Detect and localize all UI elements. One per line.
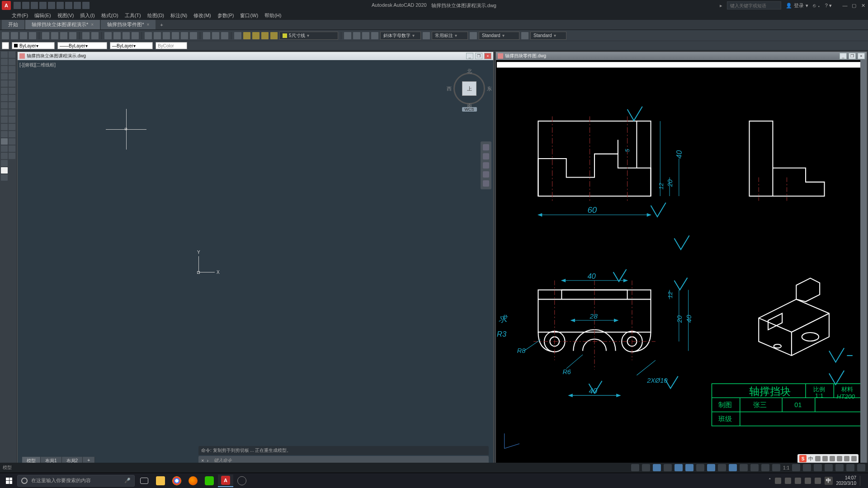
- tool-ellipse-icon[interactable]: [9, 80, 15, 87]
- tool-arc-icon[interactable]: [9, 66, 15, 72]
- login-group[interactable]: 👤 登录 ▾: [786, 2, 808, 9]
- menu-format[interactable]: 格式(O): [101, 12, 118, 19]
- ime-toolbar[interactable]: S 中: [797, 454, 859, 463]
- sb-clean-icon[interactable]: [846, 464, 854, 471]
- tool-ellipsearc-icon[interactable]: [1, 88, 8, 94]
- sb-scale[interactable]: 1:1: [783, 465, 789, 470]
- menu-edit[interactable]: 编辑(E): [34, 12, 51, 19]
- tb-tpalette-icon[interactable]: [163, 32, 170, 39]
- tb-undo-icon[interactable]: [82, 32, 90, 39]
- tool-move-icon[interactable]: [1, 124, 8, 130]
- start-button[interactable]: [2, 474, 16, 487]
- viewcube[interactable]: 上 北 南 西 东 WCS: [453, 68, 485, 112]
- win-close-button[interactable]: ×: [858, 53, 865, 59]
- task-wechat[interactable]: [202, 474, 217, 487]
- tray-ime-icon[interactable]: 中: [825, 477, 833, 485]
- tool-insert-icon[interactable]: [9, 88, 15, 94]
- sb-osnap-icon[interactable]: [685, 464, 693, 471]
- tool-stretch-icon[interactable]: [9, 138, 15, 145]
- tray-network-icon[interactable]: [805, 478, 811, 484]
- textstyle-select-b[interactable]: 常用标注▾: [432, 32, 468, 40]
- layer-color-icon[interactable]: [2, 42, 9, 49]
- tool-chamfer-icon[interactable]: [9, 153, 15, 159]
- menu-draw[interactable]: 绘图(D): [147, 12, 164, 19]
- sb-ws-icon[interactable]: [814, 464, 822, 471]
- task-other[interactable]: [234, 474, 250, 487]
- tb-text-icon[interactable]: [344, 32, 351, 39]
- new-tab-button[interactable]: +: [156, 22, 166, 28]
- tool-array-icon[interactable]: [1, 160, 8, 166]
- win-minimize-button[interactable]: _: [466, 53, 473, 59]
- tool-copy-icon[interactable]: [9, 124, 15, 130]
- close-button[interactable]: ✕: [860, 2, 866, 9]
- task-chrome[interactable]: [169, 474, 184, 487]
- tool-xline-icon[interactable]: [9, 52, 15, 58]
- tb-spell-icon[interactable]: [371, 32, 378, 39]
- tb-props-icon[interactable]: [145, 32, 152, 39]
- tool-addsel-icon[interactable]: [9, 117, 15, 123]
- tool-circle-icon[interactable]: [1, 73, 8, 80]
- tb-dimord-icon[interactable]: [270, 32, 278, 39]
- menu-window[interactable]: 窗口(W): [240, 12, 258, 19]
- tool-revcloud-icon[interactable]: [9, 73, 15, 80]
- tray-clock[interactable]: 14:07 2020/3/10: [836, 475, 857, 486]
- win-close-button[interactable]: ×: [484, 53, 491, 59]
- drawing-canvas-right[interactable]: 60 40 20 12 5: [496, 60, 867, 471]
- menu-dimension[interactable]: 标注(N): [170, 12, 187, 19]
- tool-hatch-icon[interactable]: [1, 102, 8, 108]
- sb-model-icon[interactable]: [631, 464, 639, 471]
- tb-paste-icon[interactable]: [60, 32, 67, 39]
- tb-save-icon[interactable]: [20, 32, 27, 39]
- tb-a-icon[interactable]: [423, 32, 430, 39]
- sb-gear-icon[interactable]: [803, 464, 811, 471]
- tray-app2-icon[interactable]: [785, 478, 791, 484]
- menu-view[interactable]: 视图(V): [57, 12, 74, 19]
- tb-mtext-icon[interactable]: [353, 32, 360, 39]
- tool-mtext-icon[interactable]: [1, 117, 8, 123]
- sb-annoscale-icon[interactable]: [792, 464, 800, 471]
- minimize-button[interactable]: —: [842, 2, 848, 9]
- qat-plot-icon[interactable]: [48, 2, 55, 9]
- tray-volume-icon[interactable]: [815, 478, 821, 484]
- tb-dimarc-icon[interactable]: [261, 32, 269, 39]
- tray-app1-icon[interactable]: [775, 478, 781, 484]
- tb-dimalign-icon[interactable]: [252, 32, 259, 39]
- close-icon[interactable]: ×: [146, 22, 149, 27]
- qat-undo-icon[interactable]: [65, 2, 72, 9]
- tb-find-icon[interactable]: [362, 32, 369, 39]
- qat-new-icon[interactable]: [14, 2, 21, 9]
- menu-insert[interactable]: 插入(I): [80, 12, 94, 19]
- tb-block-icon[interactable]: [203, 32, 210, 39]
- tb-sheet-icon[interactable]: [172, 32, 179, 39]
- plotcolor-select[interactable]: ByColor: [156, 42, 187, 49]
- viewcube-face[interactable]: 上: [462, 81, 476, 96]
- window-titlebar-right[interactable]: 轴撑挡块零件图.dwg _ ❐ ×: [496, 52, 867, 60]
- qat-redo-icon[interactable]: [74, 2, 81, 9]
- tb-dimlinear-icon[interactable]: [243, 32, 250, 39]
- tool-misc-icon[interactable]: [1, 174, 8, 181]
- tb-cut-icon[interactable]: [42, 32, 49, 39]
- menu-help[interactable]: 帮助(H): [264, 12, 281, 19]
- tb-help-icon[interactable]: [221, 32, 228, 39]
- sb-iso-icon[interactable]: [835, 464, 844, 471]
- nav-orbit-icon[interactable]: [483, 171, 489, 178]
- task-explorer[interactable]: [153, 474, 168, 487]
- tool-gradient-icon[interactable]: [9, 102, 15, 108]
- navigation-bar[interactable]: [481, 141, 491, 189]
- tool-region-icon[interactable]: [1, 109, 8, 116]
- tb-markup-icon[interactable]: [181, 32, 188, 39]
- tb-new-icon[interactable]: [2, 32, 9, 39]
- tool-scale-icon[interactable]: [1, 138, 8, 145]
- lineweight-select[interactable]: — ByLayer ▾: [110, 42, 153, 49]
- tab-start[interactable]: 开始: [2, 20, 24, 29]
- task-firefox[interactable]: [185, 474, 201, 487]
- view-label[interactable]: [-][俯视][二维线框]: [19, 62, 56, 68]
- win-restore-button[interactable]: ❐: [475, 53, 482, 59]
- sb-snap-icon[interactable]: [653, 464, 661, 471]
- taskbar-search[interactable]: 在这里输入你要搜索的内容 🎤: [17, 475, 135, 487]
- sb-qp-icon[interactable]: [761, 464, 769, 471]
- tray-app3-icon[interactable]: [795, 478, 801, 484]
- tb-dim-icon[interactable]: [234, 32, 241, 39]
- nav-wheel-icon[interactable]: [483, 144, 489, 150]
- win-restore-button[interactable]: ❐: [849, 53, 856, 59]
